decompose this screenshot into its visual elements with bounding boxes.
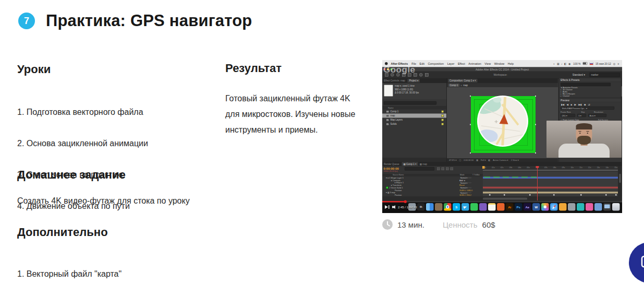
preview-transport: ▮◀◀ ■▶ ▶▮◆ ⇄ — [559, 103, 622, 106]
chat-bubble-icon — [639, 253, 644, 273]
footage-thumbnail — [384, 85, 393, 97]
footage-size: 960 x 1080 (1.00) — [395, 88, 413, 91]
video-bottom-strip: 2:45 / 1:02:33 th S Ai Ps Ae W — [382, 201, 622, 213]
tab-timeline-map: ▦ map — [418, 162, 429, 166]
window-titlebar: Adobe After Effects CC 2014 - Untitled P… — [382, 67, 622, 72]
mac-dock: th S Ai Ps Ae W — [408, 203, 620, 211]
project-item-comp: Comp 1 — [382, 110, 446, 114]
dock-icon-phone — [470, 203, 478, 211]
label-color-chip — [442, 119, 444, 121]
footage-icon — [386, 115, 389, 117]
dock-icon-chrome — [444, 203, 452, 211]
dock-icon-app-teal — [577, 203, 585, 211]
column-trkmat: T TrkMat — [472, 174, 480, 176]
menu-item: View — [484, 62, 491, 65]
current-timecode: 0:00:00:00 — [384, 167, 399, 170]
video-progress-fill — [382, 201, 405, 203]
play-icon — [385, 205, 388, 209]
timeline-panel: Render Queue ▦ Comp 1 × ▦ map 0:00:00:00… — [382, 162, 622, 201]
search-input: marker — [589, 73, 620, 77]
tab-effect-controls: Effect Controls: map — [382, 79, 407, 82]
effects-panel-header: Effects & Presets — [559, 78, 622, 82]
project-panel-footer — [382, 158, 446, 162]
presenter-shirt — [558, 144, 610, 158]
tab-timeline-comp: ▦ Comp 1 × — [402, 162, 418, 166]
footage-info: map ▾, used 1 time — [395, 85, 415, 87]
folder-icon — [386, 123, 389, 125]
project-item-map: map — [382, 114, 446, 118]
dock-icon-folder-blue — [594, 203, 602, 211]
ae-toolbar: Workspace: Standard ▾ marker — [382, 72, 622, 79]
frame-rate-select: (30) ▾ — [561, 114, 575, 117]
volume-icon — [392, 206, 394, 208]
timeline-tracks: :0001s 02s03s 04s05s 06s07s 08s09s 10s11… — [483, 166, 618, 196]
preview-panel-header: Preview — [559, 99, 622, 102]
menu-item: Effect — [458, 62, 465, 65]
crumb-map: map — [463, 84, 468, 87]
homework-text: Создать 4K видео-футаж для стока по урок… — [17, 193, 236, 209]
value-amount: 60$ — [482, 220, 495, 229]
map-artwork — [479, 97, 527, 146]
lesson-video-preview[interactable]: After Effects File Edit Composition Laye… — [382, 60, 622, 213]
ram-preview-select: Shift+RAM Preview Opt... ▾ — [561, 107, 614, 110]
dock-icon-app-amber — [559, 203, 567, 211]
status-icons — [553, 62, 571, 65]
shape-layer-bar — [483, 177, 618, 179]
homework-heading: Домашнее задание — [17, 168, 126, 182]
dock-icon-app-gray — [568, 203, 576, 211]
pen-tool-icon — [425, 73, 429, 77]
tab-composition: Composition: Comp 1 ▾ × — [448, 79, 478, 82]
dock-icon-illustrator: Ai — [506, 203, 514, 211]
dock-icon-trash — [612, 203, 620, 211]
project-panel: Effect Controls: map Project ▾ map ▾, us… — [382, 78, 447, 162]
dock-icon-display — [603, 203, 611, 211]
presenter-face — [576, 123, 592, 144]
timeline-layer-column: 0:00:00:00 00000 (30.00 fps) Source Name… — [382, 166, 483, 196]
page-title: Практика: GPS навигатор — [46, 11, 252, 30]
result-text: Готовый зацикленный футаж 4K для микрост… — [225, 91, 365, 138]
resolution-label: Resolution — [594, 111, 603, 113]
dock-icon-finder — [426, 203, 434, 211]
result-heading: Результат — [225, 62, 282, 75]
lesson-page: 7 Практика: GPS навигатор Уроки 1. Подго… — [0, 0, 644, 283]
dock-icon-folder — [435, 203, 443, 211]
gps-arrow — [500, 114, 509, 124]
tab-project: Project ▾ — [408, 79, 420, 82]
effects-search-input — [561, 83, 611, 87]
footage-duration: Δ 0:00:17:18, 30.00 fps — [395, 91, 419, 94]
dock-icon-app-orange — [497, 203, 505, 211]
composition-panel: Composition: Comp 1 ▾ × Comp 1 › map — [447, 78, 558, 162]
shape-tool-icon — [419, 73, 423, 77]
battery-icon — [583, 62, 588, 65]
frame-rate-label: Frame Rate — [561, 111, 571, 113]
composition-icon — [386, 111, 389, 113]
extra-heading: Дополнительно — [17, 226, 108, 239]
dock-icon-app-pink — [586, 203, 593, 211]
frame-counter: 00000 (30.00 fps) — [384, 170, 398, 172]
video-time: 2:45 / 1:02:33 — [398, 206, 417, 209]
label-color-chip — [442, 110, 444, 113]
lessons-heading: Уроки — [17, 63, 51, 76]
comp-viewport — [447, 87, 558, 158]
dock-icon-telegram — [461, 203, 469, 211]
window-title: Adobe After Effects CC 2014 - Untitled P… — [382, 68, 622, 71]
dock-icon-safari — [550, 203, 558, 211]
after-effects-screenshot: After Effects File Edit Composition Laye… — [382, 60, 622, 213]
map-circle — [477, 96, 528, 147]
folder-icon — [386, 119, 389, 121]
list-item: 1. Подготовка векторного файла — [17, 104, 148, 120]
video-progress-track — [382, 201, 622, 203]
skip-label: Skip — [581, 111, 585, 113]
label-color-chip — [442, 114, 444, 117]
battery-percent: 100 % — [573, 62, 580, 65]
dock-icon-word: W — [532, 203, 540, 211]
column-mode: Mode — [460, 174, 465, 176]
dock-icon-notes — [488, 203, 496, 211]
tab-render-queue: Render Queue — [382, 162, 401, 166]
menubar-clock: 15 мая 20:12 — [596, 62, 611, 65]
list-item: 2. Основа зацикленной анимации — [17, 136, 148, 151]
dock-icon-photoshop: Ps — [515, 203, 523, 211]
chat-widget-button[interactable] — [629, 242, 644, 283]
webcam-overlay — [546, 121, 622, 158]
dock-icon-skype: S — [453, 203, 460, 211]
